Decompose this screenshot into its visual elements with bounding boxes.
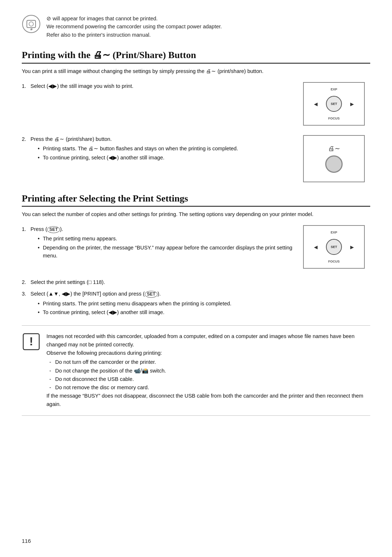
section2-step1-dpad: EXP ◀ SET ▶ FOCUS (298, 225, 370, 272)
section2-heading: Printing after Selecting the Print Setti… (22, 192, 370, 207)
no-print-icon: ✱ (22, 15, 41, 33)
bullet-item: Printing starts. The 🖨∼ button flashes a… (38, 145, 298, 153)
step-content: Press the 🖨∼ (print/share) button. Print… (30, 135, 298, 162)
warning-dash-item: Do not remove the disc or memory card. (49, 383, 370, 392)
bullet-item: To continue printing, select (◀▶) anothe… (38, 308, 370, 316)
page-number: 116 (22, 538, 31, 544)
dpad-image: EXP ◀ SET ▶ FOCUS (303, 82, 365, 126)
section1-step1-left: 1. Select (◀▶) the still image you wish … (22, 82, 298, 94)
section2-step1: 1. Press (SET). The print setting menu a… (22, 225, 298, 261)
warning-box: ! Images not recorded with this camcorde… (22, 325, 370, 416)
step-content: Select (◀▶) the still image you wish to … (30, 82, 298, 90)
set-button-ref-2: SET (145, 291, 158, 298)
step-content: Select (▲▼, ◀▶) the [PRINT] option and p… (30, 290, 370, 317)
step-content: Press (SET). The print setting menu appe… (30, 225, 298, 261)
section1-step1: 1. Select (◀▶) the still image you wish … (22, 82, 298, 90)
step-number: 2. (22, 135, 30, 143)
svg-point-2 (29, 22, 33, 26)
step-number: 2. (22, 278, 30, 286)
section2-step1-left: 1. Press (SET). The print setting menu a… (22, 225, 298, 264)
warning-text: Images not recorded with this camcorder,… (46, 332, 370, 409)
warning-dash-list: Do not turn off the camcorder or the pri… (46, 358, 370, 392)
svg-text:!: ! (29, 335, 33, 348)
svg-rect-1 (27, 20, 36, 28)
bullet-item: To continue printing, select (◀▶) anothe… (38, 154, 298, 162)
warning-dash-item: Do not change the position of the 📹/📸 sw… (49, 367, 370, 375)
dpad-right-arrow-2: ▶ (350, 244, 354, 249)
dpad-focus-label: FOCUS (328, 117, 340, 120)
printshare-image: 🖨∼ (303, 135, 365, 182)
section1-step1-container: 1. Select (◀▶) the still image you wish … (22, 82, 370, 129)
section2-intro: You can select the number of copies and … (22, 210, 370, 218)
set-button-ref: SET (47, 226, 60, 233)
dpad-widget: EXP ◀ SET ▶ FOCUS (314, 88, 354, 120)
section2-step3-bullets: Printing starts. The print setting menu … (30, 300, 370, 317)
step-number: 3. (22, 290, 30, 298)
dpad-focus-label-2: FOCUS (328, 260, 340, 263)
dpad-exp-label: EXP (331, 88, 337, 91)
dpad-right-arrow: ▶ (350, 101, 354, 106)
section1-step2-left: 2. Press the 🖨∼ (print/share) button. Pr… (22, 135, 298, 166)
step-content: Select the print settings (□ 118). (30, 278, 370, 286)
warning-icon: ! (22, 332, 41, 351)
top-note-line3: Refer also to the printer's instruction … (46, 32, 151, 38)
top-note-text: ⊘ will appear for images that cannot be … (46, 15, 222, 39)
dpad-image-2: EXP ◀ SET ▶ FOCUS (303, 225, 365, 269)
section1-step1-dpad: EXP ◀ SET ▶ FOCUS (298, 82, 370, 129)
step-number: 1. (22, 82, 30, 90)
top-note-line1: ⊘ will appear for images that cannot be … (46, 16, 158, 21)
bullet-item: Printing starts. The print setting menu … (38, 300, 370, 308)
bullet-item: Depending on the printer, the message “B… (38, 244, 298, 260)
section2-step2: 2. Select the print settings (□ 118). (22, 278, 370, 286)
section2-step1-bullets: The print setting menu appears. Dependin… (30, 235, 298, 260)
svg-text:✱: ✱ (30, 28, 33, 31)
section2-step1-container: 1. Press (SET). The print setting menu a… (22, 225, 370, 272)
top-note-line2: We recommend powering the camcorder usin… (46, 24, 222, 29)
section1-intro: You can print a still image without chan… (22, 67, 370, 75)
warning-final-note: If the message “BUSY” does not disappear… (46, 393, 363, 407)
dpad-widget-2: EXP ◀ SET ▶ FOCUS (314, 231, 354, 263)
step-number: 1. (22, 225, 30, 233)
section1-step2-bullets: Printing starts. The 🖨∼ button flashes a… (30, 145, 298, 162)
dpad-set-button: SET (326, 96, 342, 112)
warning-para2: Observe the following precautions during… (46, 350, 162, 356)
section1-heading: Printing with the 🖨∼ (Print/Share) Butto… (22, 49, 370, 64)
dpad-exp-label-2: EXP (331, 231, 337, 234)
section2-step3: 3. Select (▲▼, ◀▶) the [PRINT] option an… (22, 290, 370, 317)
printshare-label: 🖨∼ (328, 145, 340, 153)
dpad-left-arrow: ◀ (314, 101, 318, 106)
printshare-button-circle (325, 155, 343, 173)
section1-step2: 2. Press the 🖨∼ (print/share) button. Pr… (22, 135, 298, 162)
bullet-item: The print setting menu appears. (38, 235, 298, 243)
warning-dash-item: Do not turn off the camcorder or the pri… (49, 358, 370, 366)
warning-dash-item: Do not disconnect the USB cable. (49, 375, 370, 383)
dpad-set-button-2: SET (326, 239, 342, 255)
dpad-left-arrow-2: ◀ (314, 244, 318, 249)
top-note-section: ✱ ⊘ will appear for images that cannot b… (22, 15, 370, 39)
section1-step2-container: 2. Press the 🖨∼ (print/share) button. Pr… (22, 135, 370, 182)
section1-step2-printshare: 🖨∼ (298, 135, 370, 182)
warning-para1: Images not recorded with this camcorder,… (46, 333, 355, 347)
